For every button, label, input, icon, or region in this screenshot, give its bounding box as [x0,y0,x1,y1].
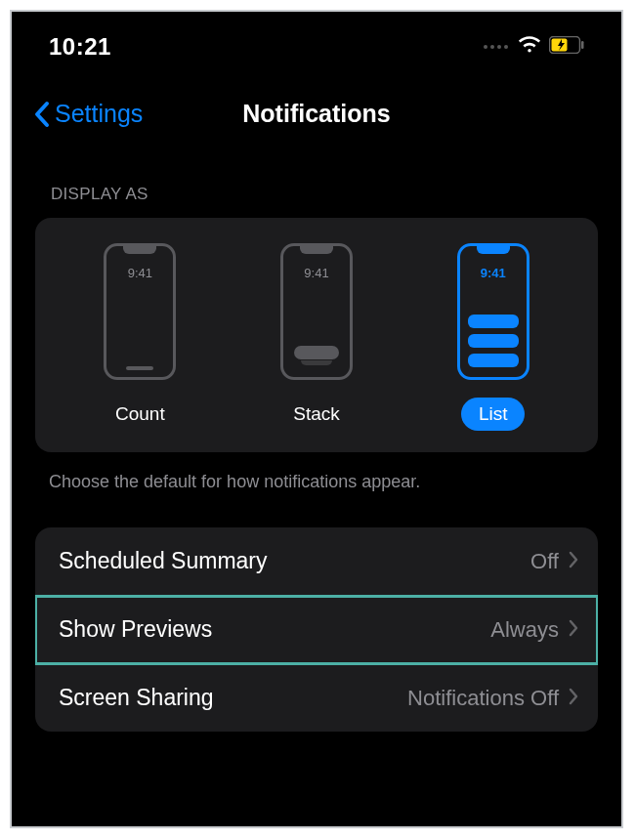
display-option-count[interactable]: 9:41 Count [57,243,224,431]
chevron-left-icon [33,101,51,128]
chevron-right-icon [569,619,578,641]
wifi-icon [518,35,541,59]
display-as-options: 9:41 Count 9:41 Stack 9:41 [57,243,576,431]
back-button[interactable]: Settings [33,100,143,128]
phone-preview-stack-icon: 9:41 [280,243,353,380]
phone-preview-count-icon: 9:41 [104,243,176,380]
row-label: Scheduled Summary [59,548,268,574]
display-option-stack[interactable]: 9:41 Stack [233,243,401,431]
section-footer-display-as: Choose the default for how notifications… [12,452,621,527]
page-title: Notifications [242,100,390,128]
row-label: Show Previews [59,616,212,643]
row-label: Screen Sharing [59,685,214,711]
status-bar: 10:21 [12,12,621,70]
back-label: Settings [55,100,143,128]
row-scheduled-summary[interactable]: Scheduled Summary Off [35,527,598,596]
settings-list: Scheduled Summary Off Show Previews Alwa… [35,527,598,732]
display-option-label: Stack [275,398,358,431]
row-show-previews[interactable]: Show Previews Always [35,596,598,664]
chevron-right-icon [569,551,578,572]
chevron-right-icon [569,688,578,709]
display-option-label: Count [98,398,183,431]
row-value: Always [490,617,559,643]
row-value: Notifications Off [407,686,559,711]
display-option-label: List [461,398,526,431]
battery-charging-icon [549,36,584,58]
row-value: Off [530,549,559,574]
display-as-card: 9:41 Count 9:41 Stack 9:41 [35,218,598,452]
status-time: 10:21 [49,33,111,61]
display-option-list[interactable]: 9:41 List [409,243,576,431]
screen: 10:21 Settings Notifications [10,10,623,828]
section-header-display-as: DISPLAY AS [12,153,621,218]
row-screen-sharing[interactable]: Screen Sharing Notifications Off [35,664,598,732]
svg-rect-2 [581,41,584,49]
phone-preview-list-icon: 9:41 [457,243,529,380]
cellular-dots-icon [484,45,508,49]
nav-bar: Settings Notifications [12,70,621,153]
status-icons [484,35,584,59]
